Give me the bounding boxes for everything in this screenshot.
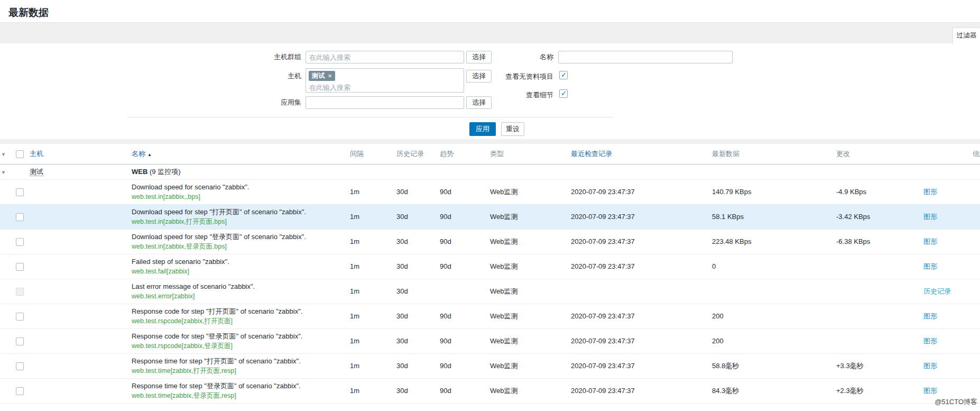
last-check-cell: [570, 279, 711, 304]
interval-cell: 1m: [349, 353, 395, 378]
table-row: Download speed for scenario "zabbix". we…: [0, 179, 980, 204]
table-row: Download speed for step "打开页面" of scenar…: [0, 204, 980, 229]
graph-link[interactable]: 图形: [923, 387, 937, 395]
item-name: Failed step of scenario "zabbix".: [132, 258, 348, 266]
row-checkbox[interactable]: [16, 263, 24, 271]
header-type: 类型: [489, 144, 570, 164]
sort-asc-icon: [147, 150, 152, 158]
item-key: web.test.in[zabbix,,bps]: [132, 193, 348, 201]
show-without-data-checkbox[interactable]: [559, 71, 568, 79]
row-checkbox[interactable]: [16, 238, 24, 246]
graph-link[interactable]: 图形: [923, 262, 937, 270]
header-host[interactable]: 主机: [29, 144, 131, 164]
last-check-cell: 2020-07-09 23:47:37: [570, 229, 711, 254]
change-cell: [835, 279, 922, 304]
name-input[interactable]: [558, 51, 733, 63]
trend-cell: 90d: [439, 328, 489, 353]
change-cell: [835, 254, 922, 279]
collapse-all-icon[interactable]: [1, 150, 6, 158]
latest-value-cell: 58.1 KBps: [711, 204, 835, 229]
latest-value-cell: 84.3毫秒: [711, 378, 835, 403]
latest-value-cell: [711, 279, 835, 304]
apply-button[interactable]: 应用: [469, 122, 496, 136]
header-change: 更改: [835, 144, 922, 164]
filter-panel: 主机群组 选择 主机 测试 在此输入搜索 选择 应用集 选择 名称 查看无资料项…: [0, 43, 980, 139]
history-cell: 30d: [395, 378, 439, 403]
chip-remove-icon[interactable]: [328, 72, 332, 80]
type-cell: Web监测: [489, 378, 570, 403]
interval-cell: 1m: [349, 254, 395, 279]
interval-cell: 1m: [349, 328, 395, 353]
history-cell: 30d: [395, 254, 439, 279]
host-group-input[interactable]: [306, 51, 464, 63]
graph-link[interactable]: 图形: [923, 337, 937, 345]
host-link[interactable]: 测试: [30, 168, 43, 176]
reset-button[interactable]: 重设: [501, 122, 524, 136]
item-key: web.test.in[zabbix,登录页面,bps]: [132, 243, 348, 251]
show-details-label: 查看细节: [474, 89, 553, 102]
group-collapse-icon[interactable]: [1, 168, 6, 176]
graph-link[interactable]: 图形: [923, 362, 937, 370]
section-gap: [0, 139, 980, 144]
application-label: 应用集: [248, 96, 301, 109]
history-cell: 30d: [395, 229, 439, 254]
last-check-cell: 2020-07-09 23:47:37: [570, 304, 711, 328]
item-key: web.test.rspcode[zabbix,打开页面]: [132, 317, 348, 325]
table-row: Response time for step "打开页面" of scenari…: [0, 353, 980, 378]
trend-cell: 90d: [439, 304, 489, 328]
host-chip-label: 测试: [312, 72, 325, 79]
header-latest-value: 最新数据: [711, 144, 835, 164]
item-name: Last error message of scenario "zabbix".: [132, 282, 348, 291]
history-cell: 30d: [395, 353, 439, 378]
graph-link[interactable]: 图形: [923, 238, 937, 245]
trend-cell: [439, 279, 489, 304]
host-multiselect[interactable]: 测试 在此输入搜索: [306, 68, 464, 93]
change-cell: -4.9 KBps: [835, 179, 922, 204]
header-last-check[interactable]: 最近检查记录: [570, 144, 711, 164]
graph-link[interactable]: 图形: [923, 188, 937, 196]
latest-data-page: 最新数据 过滤器 主机群组 选择 主机 测试 在此输入搜索 选择 应用集 选择 …: [0, 0, 980, 411]
latest-data-table: 主机 名称 间隔 历史记录 趋势 类型 最近检查记录 最新数据 更改 信息 测试…: [0, 144, 980, 404]
header-name[interactable]: 名称: [131, 144, 349, 164]
row-checkbox[interactable]: [16, 213, 24, 221]
show-details-checkbox[interactable]: [559, 89, 568, 98]
filter-tab[interactable]: 过滤器: [953, 28, 980, 43]
row-checkbox[interactable]: [16, 337, 24, 345]
last-check-cell: 2020-07-09 23:47:37: [570, 179, 711, 204]
header-interval: 间隔: [349, 144, 395, 164]
item-name: Response time for step "登录页面" of scenari…: [132, 382, 348, 390]
application-input[interactable]: [306, 96, 464, 109]
graph-link[interactable]: 图形: [923, 213, 937, 221]
history-link[interactable]: 历史记录: [923, 287, 951, 295]
last-check-cell: 2020-07-09 23:47:37: [570, 204, 711, 229]
trend-cell: 90d: [439, 378, 489, 403]
host-group-label: 主机群组: [222, 51, 301, 63]
interval-cell: 1m: [349, 229, 395, 254]
trend-cell: 90d: [439, 179, 489, 204]
type-cell: Web监测: [489, 254, 570, 279]
item-key: web.test.in[zabbix,打开页面,bps]: [132, 218, 348, 226]
row-checkbox[interactable]: [16, 188, 24, 196]
select-all-checkbox[interactable]: [16, 150, 24, 158]
table-header-row: 主机 名称 间隔 历史记录 趋势 类型 最近检查记录 最新数据 更改 信息: [0, 144, 980, 164]
table-row: Response time for step "登录页面" of scenari…: [0, 378, 980, 403]
table-row: Response code for step "登录页面" of scenari…: [0, 328, 980, 353]
interval-cell: 1m: [349, 179, 395, 204]
latest-value-cell: 58.8毫秒: [711, 353, 835, 378]
type-cell: Web监测: [489, 229, 570, 254]
item-name: Download speed for scenario "zabbix".: [132, 183, 348, 191]
row-checkbox[interactable]: [16, 387, 24, 395]
filter-tab-strip: [0, 22, 980, 43]
row-checkbox[interactable]: [16, 362, 24, 370]
graph-link[interactable]: 图形: [923, 312, 937, 320]
application-name: WEB: [132, 168, 147, 176]
change-cell: -6.38 KBps: [835, 229, 922, 254]
latest-value-cell: 200: [711, 328, 835, 353]
item-key: web.test.fail[zabbix]: [132, 268, 348, 276]
row-checkbox[interactable]: [16, 313, 24, 321]
header-trend: 趋势: [439, 144, 489, 164]
interval-cell: 1m: [349, 279, 395, 304]
table-row: Last error message of scenario "zabbix".…: [0, 279, 980, 304]
item-key: web.test.time[zabbix,登录页面,resp]: [132, 392, 348, 400]
trend-cell: 90d: [439, 254, 489, 279]
